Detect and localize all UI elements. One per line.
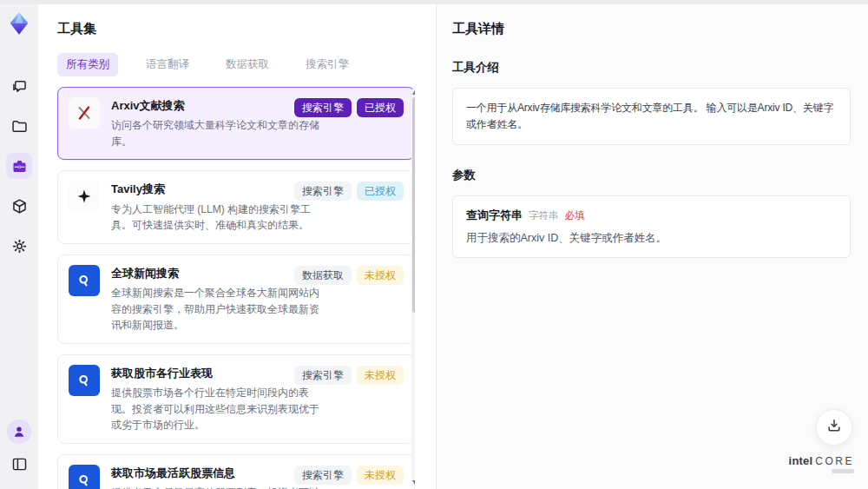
param-name: 查询字符串: [466, 208, 523, 223]
category-badge: 搜索引擎: [294, 366, 352, 385]
sidebar-item-account[interactable]: [7, 420, 31, 444]
scrollbar-thumb[interactable]: [412, 97, 415, 313]
tool-list-panel: 工具集 所有类别 语言翻译 数据获取 搜索引擎 Arxiv文献搜索 访问各个研究…: [38, 0, 436, 489]
intro-text: 一个用于从Arxiv存储库搜索科学论文和文章的工具。 输入可以是Arxiv ID…: [466, 100, 837, 133]
stock-search-logo-icon: [69, 465, 100, 489]
intel-core-logo: intel core: [789, 454, 854, 473]
tab-search-engine[interactable]: 搜索引擎: [297, 53, 358, 76]
sidebar-item-settings[interactable]: [6, 233, 32, 259]
param-description: 用于搜索的Arxiv ID、关键字或作者姓名。: [466, 231, 837, 246]
tool-card-active-stocks[interactable]: 获取市场最活跃股票信息 提供当天交易量最高的股票列表，投资者可以利用这些信息来识…: [57, 454, 415, 489]
auth-badge: 已授权: [357, 182, 404, 201]
download-button[interactable]: [816, 409, 852, 446]
scrollbar-down-arrow[interactable]: [412, 480, 415, 485]
param-box: 查询字符串 字符串 必填 用于搜索的Arxiv ID、关键字或作者姓名。: [452, 195, 851, 258]
category-tabs: 所有类别 语言翻译 数据获取 搜索引擎: [57, 53, 417, 76]
list-scrollbar[interactable]: [411, 89, 415, 486]
scrollbar-up-arrow[interactable]: [412, 90, 415, 95]
tool-description: 提供当天交易量最高的股票列表，投资者可以利用这些信息来识别流动性强的股票和潜在的…: [111, 485, 326, 489]
cube-icon: [10, 197, 29, 215]
app-logo-icon: [7, 10, 31, 36]
arxiv-icon: [69, 97, 100, 129]
stock-search-logo-icon: [69, 365, 100, 396]
param-type: 字符串: [529, 209, 559, 222]
tab-language-translation[interactable]: 语言翻译: [137, 53, 198, 76]
tavily-icon: [69, 181, 100, 212]
tab-all-categories[interactable]: 所有类别: [57, 53, 118, 76]
download-icon: [825, 417, 843, 438]
category-badge: 搜索引擎: [294, 182, 352, 201]
category-badge: 搜索引擎: [294, 98, 352, 117]
brand-intel-text: intel: [789, 454, 813, 467]
app-window: 工具集 所有类别 语言翻译 数据获取 搜索引擎 Arxiv文献搜索 访问各个研究…: [0, 0, 868, 489]
tool-card-sector-performance[interactable]: 获取股市各行业表现 提供股票市场各个行业在特定时间段内的表现。投资者可以利用这些…: [57, 354, 415, 444]
tool-card-global-news[interactable]: 全球新闻搜索 全球新闻搜索是一个聚合全球各大新闻网站内容的搜索引擎，帮助用户快速…: [57, 254, 415, 344]
sidebar-item-folder[interactable]: [6, 113, 32, 139]
brand-sub-badge: [832, 469, 854, 473]
user-icon: [11, 424, 27, 439]
auth-badge: 未授权: [357, 466, 404, 485]
window-top-edge: [0, 0, 868, 4]
category-badge: 搜索引擎: [294, 466, 352, 485]
sidebar-bottom: [6, 420, 32, 477]
auth-badge: 未授权: [357, 266, 404, 285]
params-heading: 参数: [452, 168, 851, 183]
auth-badge: 已授权: [357, 98, 404, 117]
tool-list: Arxiv文献搜索 访问各个研究领域大量科学论文和文章的存储库。 搜索引擎 已授…: [57, 87, 415, 489]
intro-heading: 工具介绍: [452, 60, 851, 76]
gear-icon: [10, 237, 29, 255]
folder-icon: [10, 117, 29, 135]
sidebar-nav: [6, 73, 32, 259]
sidebar-item-tools[interactable]: [6, 153, 32, 179]
tab-data-fetch[interactable]: 数据获取: [217, 53, 278, 76]
sidebar: [0, 0, 38, 489]
tool-description: 提供股票市场各个行业在特定时间段内的表现。投资者可以利用这些信息来识别表现优于或…: [111, 385, 326, 433]
param-required-badge: 必填: [565, 209, 585, 222]
news-search-logo-icon: [69, 265, 100, 296]
sidebar-item-chat[interactable]: [6, 73, 32, 99]
tool-card-arxiv[interactable]: Arxiv文献搜索 访问各个研究领域大量科学论文和文章的存储库。 搜索引擎 已授…: [57, 87, 415, 160]
sidebar-item-panel-toggle[interactable]: [6, 451, 32, 477]
chat-icon: [10, 77, 29, 96]
panel-toggle-icon: [10, 455, 29, 473]
tool-description: 专为人工智能代理 (LLM) 构建的搜索引擎工具。可快速提供实时、准确和真实的结…: [111, 202, 326, 234]
tool-description: 全球新闻搜索是一个聚合全球各大新闻网站内容的搜索引擎，帮助用户快速获取全球最新资…: [111, 285, 326, 334]
tool-description: 访问各个研究领域大量科学论文和文章的存储库。: [111, 117, 326, 149]
category-badge: 数据获取: [294, 266, 352, 285]
auth-badge: 未授权: [357, 366, 404, 385]
page-title: 工具集: [57, 21, 417, 37]
detail-title: 工具详情: [452, 21, 851, 37]
tool-detail-panel: 工具详情 工具介绍 一个用于从Arxiv存储库搜索科学论文和文章的工具。 输入可…: [437, 0, 868, 489]
tool-card-tavily[interactable]: Tavily搜索 专为人工智能代理 (LLM) 构建的搜索引擎工具。可快速提供实…: [57, 170, 415, 243]
brand-core-text: core: [815, 455, 854, 467]
toolbox-icon: [10, 157, 29, 175]
sidebar-item-plugins[interactable]: [6, 193, 32, 219]
intro-box: 一个用于从Arxiv存储库搜索科学论文和文章的工具。 输入可以是Arxiv ID…: [452, 88, 851, 145]
